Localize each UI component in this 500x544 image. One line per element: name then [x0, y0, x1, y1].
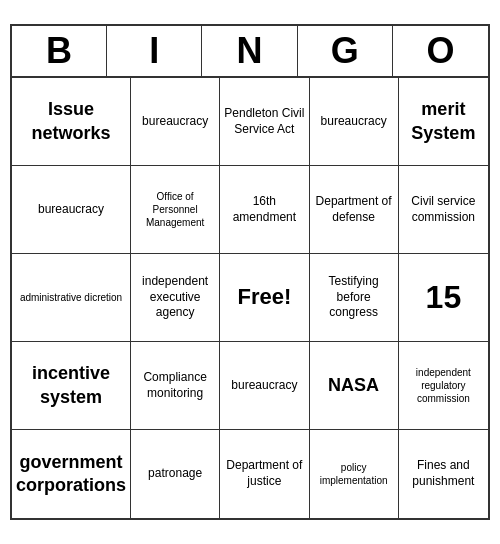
bingo-header: BINGO — [12, 26, 488, 78]
bingo-cell-10: administrative dicretion — [12, 254, 131, 342]
bingo-cell-17: bureaucracy — [220, 342, 309, 430]
bingo-cell-5: bureaucracy — [12, 166, 131, 254]
bingo-cell-19: independent regulatory commission — [399, 342, 488, 430]
header-letter-G: G — [298, 26, 393, 76]
bingo-cell-22: Department of justice — [220, 430, 309, 518]
header-letter-I: I — [107, 26, 202, 76]
bingo-cell-16: Compliance monitoring — [131, 342, 220, 430]
bingo-cell-13: Testifying before congress — [310, 254, 399, 342]
bingo-cell-3: bureaucracy — [310, 78, 399, 166]
bingo-cell-1: bureaucracy — [131, 78, 220, 166]
bingo-cell-7: 16th amendment — [220, 166, 309, 254]
bingo-cell-0: Issue networks — [12, 78, 131, 166]
bingo-cell-14: 15 — [399, 254, 488, 342]
bingo-cell-21: patronage — [131, 430, 220, 518]
bingo-cell-24: Fines and punishment — [399, 430, 488, 518]
bingo-card: BINGO Issue networksbureaucracyPendleton… — [10, 24, 490, 520]
bingo-grid: Issue networksbureaucracyPendleton Civil… — [12, 78, 488, 518]
bingo-cell-20: government corporations — [12, 430, 131, 518]
bingo-cell-6: Office of Personnel Management — [131, 166, 220, 254]
bingo-cell-2: Pendleton Civil Service Act — [220, 78, 309, 166]
bingo-cell-15: incentive system — [12, 342, 131, 430]
header-letter-O: O — [393, 26, 488, 76]
bingo-cell-12: Free! — [220, 254, 309, 342]
bingo-cell-18: NASA — [310, 342, 399, 430]
bingo-cell-11: independent executive agency — [131, 254, 220, 342]
bingo-cell-4: merit System — [399, 78, 488, 166]
bingo-cell-8: Department of defense — [310, 166, 399, 254]
header-letter-N: N — [202, 26, 297, 76]
header-letter-B: B — [12, 26, 107, 76]
bingo-cell-9: Civil service commission — [399, 166, 488, 254]
bingo-cell-23: policy implementation — [310, 430, 399, 518]
